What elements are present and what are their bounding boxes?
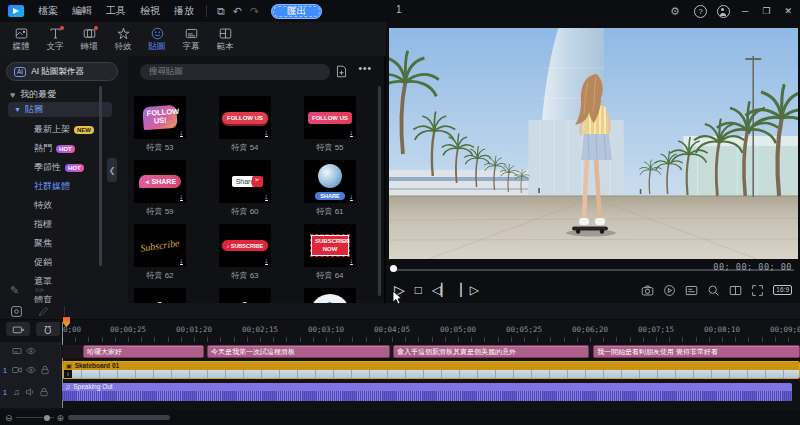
render-preview-icon[interactable]	[663, 284, 676, 297]
sticker-card[interactable]: FOLLOW US↓特賣 54	[219, 96, 271, 160]
ai-sticker-maker-button[interactable]: AI AI 貼圖製作器	[6, 62, 118, 81]
sidebar-item-促銷[interactable]: 促銷	[0, 253, 128, 272]
close-button[interactable]: ✕	[782, 6, 794, 16]
download-icon[interactable]: ↓	[180, 193, 184, 201]
sidebar-item-最新上架[interactable]: 最新上架NEW	[0, 120, 128, 139]
eye-icon[interactable]	[26, 365, 36, 375]
zoom-slider-knob[interactable]	[44, 415, 50, 421]
lock-icon[interactable]	[39, 387, 49, 397]
aspect-ratio-button[interactable]: 16:9	[773, 285, 792, 296]
sticker-card[interactable]: SHARE↓特賣 61	[304, 160, 356, 224]
layout-icon[interactable]: ⧉	[213, 5, 229, 18]
next-frame-button[interactable]: ▏▷	[461, 284, 479, 296]
fullscreen-icon[interactable]	[751, 284, 764, 297]
snapshot-camera-icon[interactable]	[641, 284, 654, 297]
menu-item-播放[interactable]: 播放	[168, 2, 200, 20]
tab-範本[interactable]: 範本	[208, 22, 242, 56]
lock-icon[interactable]	[40, 365, 50, 375]
stop-button[interactable]: □	[415, 284, 422, 296]
sticker-card[interactable]: SHARE↓特賣 59	[134, 160, 186, 224]
sticker-card[interactable]: FOLLOW US!↓特賣 53	[134, 96, 186, 160]
download-icon[interactable]: ↓	[350, 129, 354, 137]
settings-gear-icon[interactable]: ⚙	[666, 5, 684, 18]
audio-clip[interactable]: ♫ Speaking Out	[62, 383, 792, 401]
timeline-tool-icon[interactable]	[10, 305, 23, 318]
subtitle-clip[interactable]: 今天是我第一次試這種滑板	[207, 345, 390, 358]
more-options-icon[interactable]: •••	[358, 63, 372, 74]
sticker-thumb-followus-pink[interactable]: FOLLOW US↓	[304, 96, 356, 139]
zoom-out-icon[interactable]: ⊖	[5, 413, 13, 423]
sticker-thumb-followus-ribbon[interactable]: FOLLOW US↓	[219, 96, 271, 139]
download-icon[interactable]: ↓	[265, 193, 269, 201]
download-icon[interactable]: ↓	[265, 129, 269, 137]
sticker-card[interactable]: ↓	[134, 288, 186, 303]
sidebar-item-指標[interactable]: 指標	[0, 215, 128, 234]
download-icon[interactable]: ↓	[350, 257, 354, 265]
sticker-card[interactable]: FOLLOW US↓特賣 55	[304, 96, 356, 160]
sticker-card[interactable]: ↓	[304, 288, 356, 303]
preview-zoom-icon[interactable]	[707, 284, 720, 297]
sticker-thumb-thumb-up[interactable]: ↓	[134, 288, 186, 303]
previous-frame-button[interactable]: ◁▏	[432, 284, 450, 296]
download-icon[interactable]: ↓	[180, 257, 184, 265]
sidebar-item-熱門[interactable]: 熱門HOT	[0, 139, 128, 158]
menu-item-檢視[interactable]: 檢視	[134, 2, 166, 20]
sticker-thumb-share-button[interactable]: Share↓	[219, 160, 271, 203]
sticker-thumb-subscribe-script[interactable]: Subscribe↓	[134, 224, 186, 267]
mark-list-icon[interactable]	[685, 284, 698, 297]
video-clip[interactable]: ▣ Skateboard 01 i	[62, 361, 800, 379]
split-view-icon[interactable]	[729, 284, 742, 297]
sidebar-collapse-handle[interactable]: ❮	[107, 158, 117, 182]
tab-特效[interactable]: 特效	[106, 22, 140, 56]
tab-媒體[interactable]: 媒體	[4, 22, 38, 56]
sticker-thumb-subscribe-now[interactable]: SUBSCRIBE NOW↓	[304, 224, 356, 267]
seekbar-handle[interactable]	[390, 265, 397, 272]
sticker-card[interactable]: ↓	[219, 288, 271, 303]
download-icon[interactable]: ↓	[350, 193, 354, 201]
eraser-icon[interactable]: ✏	[35, 284, 44, 297]
tab-文字[interactable]: 文字	[38, 22, 72, 56]
restore-button[interactable]: ❐	[760, 6, 772, 16]
sticker-card[interactable]: SUBSCRIBE↓特賣 63	[219, 224, 271, 288]
sidebar-item-favorites[interactable]: ♥ 我的最愛	[10, 88, 56, 101]
account-avatar[interactable]	[717, 5, 730, 18]
eye-icon[interactable]	[26, 346, 36, 356]
new-folder-icon[interactable]	[335, 65, 348, 78]
zoom-in-icon[interactable]: ⊕	[57, 413, 65, 423]
tab-字幕[interactable]: 字幕	[174, 22, 208, 56]
sticker-thumb-thumb-up-blue[interactable]: ↓	[304, 288, 356, 303]
sticker-card[interactable]: Share↓特賣 60	[219, 160, 271, 224]
help-icon[interactable]: ?	[694, 5, 707, 18]
subtitle-clip[interactable]: 哈囉大家好	[83, 345, 204, 358]
library-scrollbar[interactable]	[378, 86, 381, 296]
sidebar-item-聚焦[interactable]: 聚焦	[0, 234, 128, 253]
minimize-button[interactable]: ─	[740, 6, 750, 16]
sticker-thumb-share-globe[interactable]: SHARE↓	[304, 160, 356, 203]
sticker-card[interactable]: SUBSCRIBE NOW↓特賣 64	[304, 224, 356, 288]
sidebar-item-特效[interactable]: 特效	[0, 196, 128, 215]
brush-icon[interactable]: ✎	[10, 284, 19, 297]
menu-item-檔案[interactable]: 檔案	[32, 2, 64, 20]
download-icon[interactable]: ↓	[180, 129, 184, 137]
tab-轉場[interactable]: 轉場	[72, 22, 106, 56]
manage-tracks-button[interactable]	[6, 322, 30, 336]
search-input[interactable]: 搜尋貼圖	[140, 64, 330, 80]
subtitle-clip[interactable]: 會入手這個新滑板其實是個美麗的意外	[393, 345, 589, 358]
redo-icon[interactable]: ↷	[246, 5, 263, 18]
snap-magnet-button[interactable]: Ω	[36, 322, 60, 336]
sticker-thumb-subscribe-pill[interactable]: SUBSCRIBE↓	[219, 224, 271, 267]
video-preview[interactable]	[389, 28, 798, 259]
timeline-scrollbar[interactable]	[68, 415, 170, 420]
subtitle-clip[interactable]: 我一開始是看到朋友使用 覺得非常好看	[593, 345, 800, 358]
sidebar-group-stickers[interactable]: ▼ 貼圖	[8, 102, 112, 117]
sticker-card[interactable]: Subscribe↓特賣 62	[134, 224, 186, 288]
timeline-ruler[interactable]: 0;0000;00;2500;01;2000;02;1500;03;1000;0…	[62, 322, 800, 342]
tab-貼圖[interactable]: 貼圖	[140, 22, 174, 56]
menu-item-工具[interactable]: 工具	[100, 2, 132, 20]
download-icon[interactable]: ↓	[265, 257, 269, 265]
pen-tool-icon[interactable]	[37, 305, 50, 318]
speaker-icon[interactable]	[25, 387, 35, 397]
export-button[interactable]: 匯出	[271, 4, 322, 19]
undo-icon[interactable]: ↶	[229, 5, 246, 18]
sidebar-scrollbar[interactable]	[99, 86, 102, 266]
